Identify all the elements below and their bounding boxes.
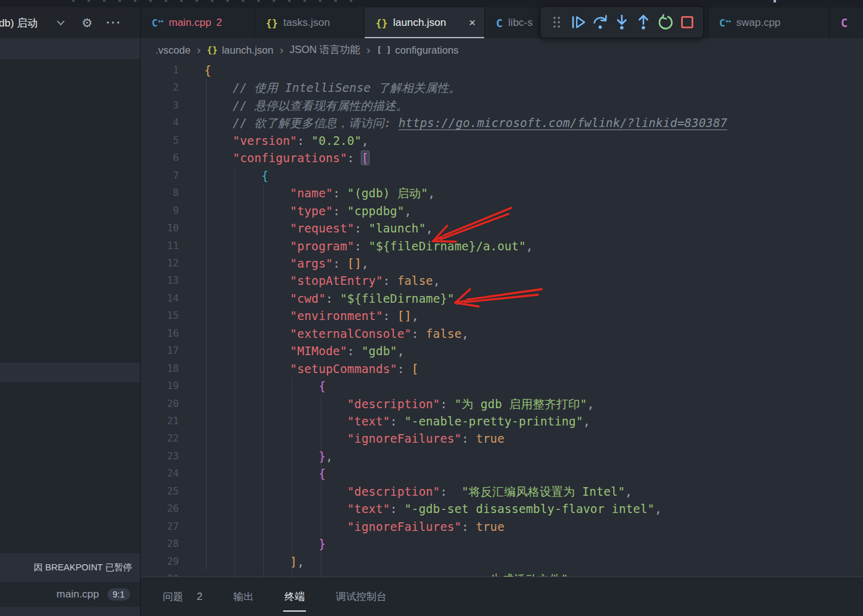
line-number[interactable]: 2 <box>141 79 179 96</box>
line-number[interactable]: 27 <box>141 518 179 535</box>
code-line-29[interactable]: ], <box>204 553 304 570</box>
breadcrumb-item[interactable]: [ ] configurations <box>376 44 458 56</box>
menu-fragment-dot <box>774 0 776 2</box>
line-number[interactable]: 29 <box>141 553 179 570</box>
settings-gear-icon[interactable]: ⚙ <box>81 15 93 30</box>
line-number[interactable]: 30 <box>141 570 179 577</box>
cpp-file-icon: C++ <box>719 17 730 29</box>
code-line-14[interactable]: "cwd": "${fileDirname}", <box>204 290 461 307</box>
line-number[interactable]: 26 <box>141 500 179 517</box>
tab-label: tasks.json <box>283 17 330 29</box>
code-line-15[interactable]: "environment": [], <box>204 307 419 324</box>
line-number[interactable]: 23 <box>141 448 179 465</box>
line-number[interactable]: 9 <box>141 202 179 220</box>
breadcrumb-separator: › <box>279 43 283 57</box>
code-line-30[interactable]: 生成活动文件", <box>204 570 576 577</box>
line-number[interactable]: 6 <box>141 149 179 166</box>
line-number[interactable]: 22 <box>141 430 179 447</box>
panel-tab-问题[interactable]: 问题 2 <box>162 586 204 607</box>
line-number[interactable]: 19 <box>141 377 179 395</box>
step-into-button[interactable] <box>613 13 631 31</box>
line-number[interactable]: 3 <box>141 97 179 114</box>
code-line-19[interactable]: { <box>204 377 326 395</box>
panel-tab-输出[interactable]: 输出 <box>232 586 255 607</box>
line-number[interactable]: 28 <box>141 535 179 552</box>
tab-swap.cpp[interactable]: C++ swap.cpp <box>708 7 830 38</box>
tab-main.cpp[interactable]: C++ main.cpp 2 <box>141 7 255 38</box>
breadcrumb-item[interactable]: {} launch.json <box>207 44 273 56</box>
code-line-12[interactable]: "args": [], <box>204 255 369 272</box>
line-number[interactable]: 17 <box>141 342 179 359</box>
code-line-13[interactable]: "stopAtEntry": false, <box>204 272 440 289</box>
code-line-5[interactable]: "version": "0.2.0", <box>204 132 369 149</box>
chevron-down-icon[interactable] <box>56 20 65 26</box>
line-number[interactable]: 5 <box>141 132 179 149</box>
variables-panel[interactable] <box>0 59 140 363</box>
code-line-9[interactable]: "type": "cppdbg", <box>204 202 411 220</box>
line-number[interactable]: 20 <box>141 395 179 413</box>
debug-sidebar: db) 启动 ⚙ ··· 因 BREAKPOINT 已暂停 main.cpp 9… <box>0 7 141 616</box>
code-line-16[interactable]: "externalConsole": false, <box>204 325 469 342</box>
code-line-4[interactable]: // 欲了解更多信息，请访问: https://go.microsoft.com… <box>204 114 727 131</box>
code-line-3[interactable]: // 悬停以查看现有属性的描述。 <box>204 97 408 114</box>
callstack-frame[interactable]: main.cpp 9:1 <box>0 582 140 607</box>
code-line-24[interactable]: { <box>204 465 326 482</box>
line-number[interactable]: 11 <box>141 237 179 255</box>
tab-launch.json[interactable]: {} launch.json × <box>365 7 485 38</box>
code-line-23[interactable]: }, <box>204 448 333 465</box>
step-out-button[interactable] <box>634 13 653 31</box>
line-number[interactable]: 7 <box>141 167 179 184</box>
code-line-7[interactable]: { <box>204 167 268 184</box>
panel-tab-终端[interactable]: 终端 <box>283 586 306 607</box>
code-line-6[interactable]: "configurations": [ <box>204 149 369 166</box>
code-line-18[interactable]: "setupCommands": [ <box>204 360 419 377</box>
line-number[interactable]: 24 <box>141 465 179 482</box>
code-line-22[interactable]: "ignoreFailures": true <box>204 430 505 447</box>
drag-grip-icon[interactable] <box>547 13 566 31</box>
code-line-11[interactable]: "program": "${fileDirname}/a.out", <box>204 237 533 255</box>
watch-panel[interactable] <box>0 382 140 553</box>
breadcrumb-separator: › <box>366 43 370 57</box>
more-actions-icon[interactable]: ··· <box>106 16 122 30</box>
code-editor[interactable]: 1{2 // 使用 IntelliSense 了解相关属性。3 // 悬停以查看… <box>141 62 863 577</box>
line-number[interactable]: 14 <box>141 290 179 307</box>
code-line-25[interactable]: "description": "将反汇编风格设置为 Intel", <box>204 483 632 500</box>
code-line-28[interactable]: } <box>204 535 326 552</box>
code-line-2[interactable]: // 使用 IntelliSense 了解相关属性。 <box>204 79 461 96</box>
tab-tasks.json[interactable]: {} tasks.json <box>255 7 365 38</box>
panel-tab-调试控制台[interactable]: 调试控制台 <box>334 586 388 607</box>
close-icon[interactable]: × <box>461 16 476 30</box>
line-number[interactable]: 13 <box>141 272 179 289</box>
line-number[interactable]: 12 <box>141 255 179 272</box>
code-line-10[interactable]: "request": "launch", <box>204 220 433 237</box>
debug-config-bar: db) 启动 ⚙ ··· <box>0 7 140 38</box>
step-over-button[interactable] <box>591 13 609 31</box>
line-number[interactable]: 8 <box>141 184 179 202</box>
code-line-27[interactable]: "ignoreFailures": true <box>204 518 505 535</box>
line-number[interactable]: 21 <box>141 413 179 430</box>
callstack-section-header[interactable]: 因 BREAKPOINT 已暂停 <box>0 553 140 582</box>
code-line-1[interactable]: { <box>204 62 212 79</box>
code-line-8[interactable]: "name": "(gdb) 启动", <box>204 184 435 202</box>
json-file-icon: {} <box>207 45 217 55</box>
continue-button[interactable] <box>569 13 588 31</box>
line-number[interactable]: 15 <box>141 307 179 324</box>
debug-config-selector[interactable]: db) 启动 <box>0 16 38 30</box>
line-number[interactable]: 25 <box>141 483 179 500</box>
line-number[interactable]: 16 <box>141 325 179 342</box>
code-line-17[interactable]: "MIMode": "gdb", <box>204 342 405 359</box>
line-number[interactable]: 1 <box>141 62 179 79</box>
code-line-26[interactable]: "text": "-gdb-set disassembly-flavor int… <box>204 500 662 517</box>
stop-button[interactable] <box>678 13 696 31</box>
breadcrumb-item[interactable]: .vscode <box>155 44 191 56</box>
problems-count-badge: 2 <box>197 591 202 602</box>
code-line-20[interactable]: "description": "为 gdb 启用整齐打印", <box>204 395 594 413</box>
breadcrumb-item[interactable]: JSON 语言功能 <box>289 43 360 57</box>
line-number[interactable]: 4 <box>141 114 179 131</box>
line-number[interactable]: 10 <box>141 220 179 237</box>
code-line-21[interactable]: "text": "-enable-pretty-printing", <box>204 413 590 430</box>
restart-button[interactable] <box>656 13 675 31</box>
tab-unnamed[interactable]: C <box>830 7 863 38</box>
tab-label: main.cpp <box>168 17 211 29</box>
line-number[interactable]: 18 <box>141 360 179 377</box>
